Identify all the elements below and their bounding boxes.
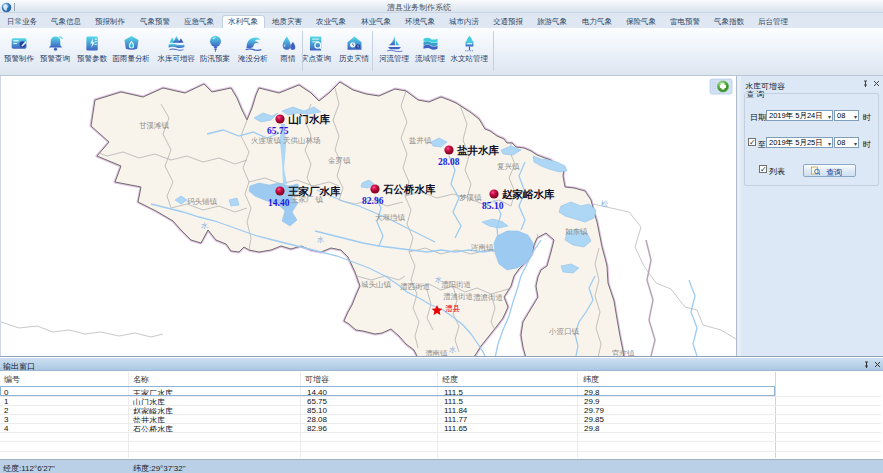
- svg-text:如东镇: 如东镇: [565, 227, 588, 236]
- svg-text:澧浦街道: 澧浦街道: [443, 292, 474, 301]
- svg-text:码头铺镇: 码头铺镇: [187, 197, 218, 206]
- svg-text:梦溪镇: 梦溪镇: [459, 193, 482, 202]
- svg-text:赵家峪水库: 赵家峪水库: [501, 188, 555, 200]
- svg-text:官垸镇: 官垸镇: [612, 349, 635, 356]
- svg-text:澧澹街道: 澧澹街道: [473, 293, 504, 302]
- svg-text:火连坡镇: 火连坡镇: [251, 136, 282, 145]
- svg-text:松: 松: [601, 200, 608, 207]
- svg-text:水: 水: [449, 346, 456, 353]
- svg-text:澧县: 澧县: [445, 304, 461, 313]
- svg-text:城头山镇: 城头山镇: [360, 280, 392, 289]
- svg-text:澧阳街道: 澧阳街道: [441, 280, 472, 289]
- svg-text:天供山林场: 天供山林场: [283, 136, 321, 145]
- svg-text:甘溪滩镇: 甘溪滩镇: [139, 121, 170, 130]
- svg-text:14.40: 14.40: [268, 198, 290, 208]
- svg-text:金罗镇: 金罗镇: [328, 156, 351, 165]
- svg-text:山门水库: 山门水库: [288, 113, 331, 125]
- svg-text:盐井镇: 盐井镇: [409, 136, 432, 145]
- svg-text:65.75: 65.75: [267, 126, 289, 136]
- svg-text:涔南镇: 涔南镇: [470, 243, 494, 252]
- svg-text:水: 水: [435, 276, 442, 283]
- svg-text:石公桥水库: 石公桥水库: [382, 183, 436, 195]
- svg-text:水: 水: [201, 222, 208, 229]
- svg-text:王家厂水库: 王家厂水库: [288, 185, 341, 197]
- svg-text:澧西街道: 澧西街道: [400, 282, 431, 291]
- svg-text:28.08: 28.08: [438, 157, 460, 167]
- svg-text:小渡口镇: 小渡口镇: [548, 327, 580, 336]
- svg-text:大堰垱镇: 大堰垱镇: [375, 213, 406, 222]
- svg-text:水: 水: [317, 236, 324, 243]
- svg-text:澧南镇: 澧南镇: [425, 349, 448, 356]
- svg-text:85.10: 85.10: [482, 201, 504, 211]
- svg-text:盐井水库: 盐井水库: [457, 144, 500, 156]
- svg-text:82.96: 82.96: [362, 196, 384, 206]
- svg-text:复兴镇: 复兴镇: [497, 162, 520, 171]
